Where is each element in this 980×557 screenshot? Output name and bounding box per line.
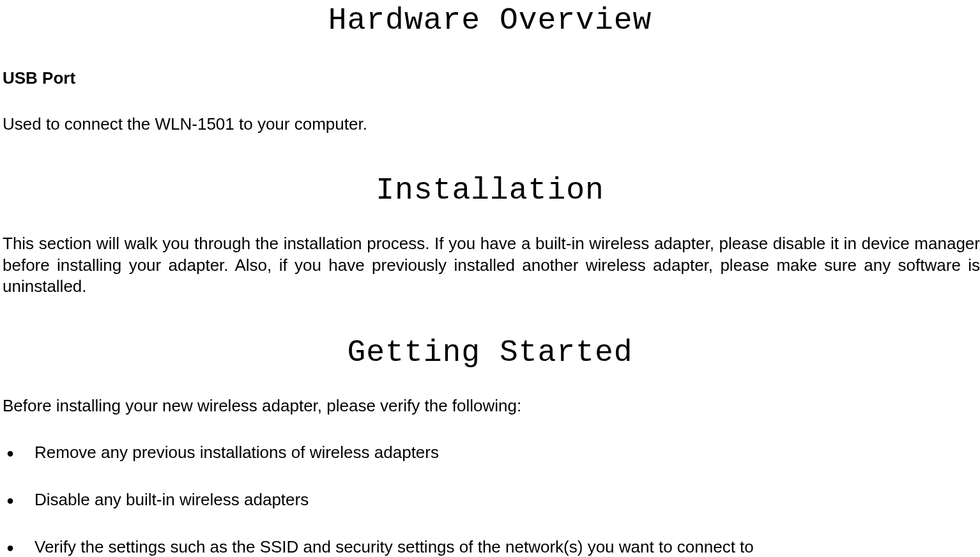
bullet-icon: ● bbox=[3, 537, 34, 556]
subheading-usb-port: USB Port bbox=[3, 68, 980, 88]
list-item: ● Disable any built-in wireless adapters bbox=[3, 489, 980, 511]
paragraph-usb-port-description: Used to connect the WLN-1501 to your com… bbox=[3, 114, 980, 135]
bullet-icon: ● bbox=[3, 489, 34, 508]
bullet-list-getting-started: ● Remove any previous installations of w… bbox=[3, 442, 980, 557]
bullet-icon: ● bbox=[3, 442, 34, 461]
list-item: ● Remove any previous installations of w… bbox=[3, 442, 980, 464]
list-item: ● Verify the settings such as the SSID a… bbox=[3, 537, 980, 557]
bullet-text: Remove any previous installations of wir… bbox=[34, 442, 980, 464]
paragraph-installation-text: This section will walk you through the i… bbox=[3, 233, 980, 297]
bullet-text: Verify the settings such as the SSID and… bbox=[34, 537, 980, 557]
heading-installation: Installation bbox=[0, 173, 980, 208]
paragraph-getting-started-intro: Before installing your new wireless adap… bbox=[3, 395, 980, 416]
heading-hardware-overview: Hardware Overview bbox=[0, 0, 980, 38]
heading-getting-started: Getting Started bbox=[0, 335, 980, 370]
bullet-text: Disable any built-in wireless adapters bbox=[34, 489, 980, 511]
